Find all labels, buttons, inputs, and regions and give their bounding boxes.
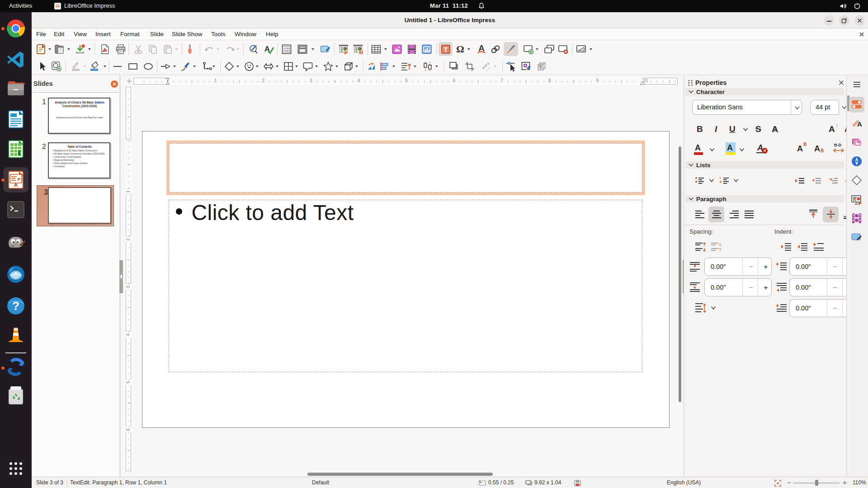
svg-text:Ω: Ω <box>456 44 464 55</box>
svg-text:T: T <box>444 46 448 53</box>
svg-text:A: A <box>857 120 862 128</box>
svg-text:?: ? <box>12 299 19 313</box>
svg-text:II: II <box>720 180 722 183</box>
svg-text:I: I <box>720 176 721 179</box>
